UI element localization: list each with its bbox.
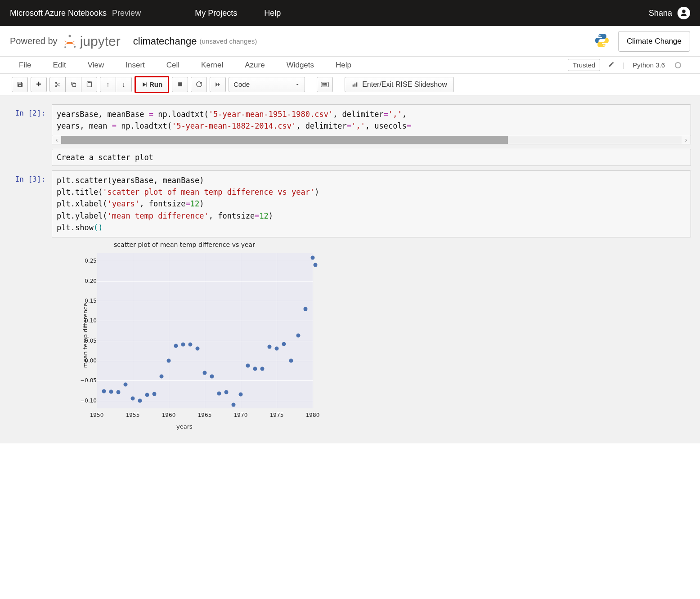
restart-run-all-button[interactable]: [210, 77, 226, 92]
code-cell[interactable]: In [3]: plt.scatter(yearsBase, meanBase)…: [9, 170, 691, 430]
menu-cell[interactable]: Cell: [166, 61, 179, 70]
scatter-point: [102, 389, 106, 393]
code-input[interactable]: plt.scatter(yearsBase, meanBase) plt.tit…: [52, 170, 691, 238]
scatter-point: [296, 334, 301, 338]
scatter-point: [304, 307, 308, 311]
run-button[interactable]: Run: [135, 76, 169, 93]
interrupt-button[interactable]: [172, 77, 188, 92]
brand-title: Microsoft Azure Notebooks: [10, 9, 107, 18]
kernel-status-icon: [675, 62, 681, 68]
scatter-point: [160, 375, 164, 379]
scatter-point: [196, 347, 200, 351]
scatter-point: [217, 391, 221, 395]
menu-file[interactable]: File: [19, 61, 31, 70]
svg-rect-4: [146, 82, 147, 86]
cell-type-select[interactable]: Code: [229, 77, 305, 92]
horizontal-scrollbar[interactable]: ‹ ›: [52, 136, 691, 144]
notebook-name[interactable]: climatechange: [133, 36, 197, 47]
jupyter-header: Powered by jupyter climatechange (unsave…: [0, 26, 700, 57]
chart-output: scatter plot of mean temp difference vs …: [52, 241, 691, 430]
azure-top-bar: Microsoft Azure Notebooks Preview My Pro…: [0, 0, 700, 26]
edit-icon[interactable]: [608, 61, 615, 69]
unsaved-label: (unsaved changes): [200, 37, 257, 45]
scatter-point: [224, 390, 229, 394]
scroll-thumb[interactable]: [61, 136, 508, 144]
markdown-input[interactable]: Create a scatter plot: [52, 149, 691, 166]
user-name[interactable]: Shana: [649, 9, 672, 18]
chart-title: scatter plot of mean temp difference vs …: [52, 241, 317, 248]
input-prompt: In [3]:: [9, 170, 52, 430]
move-down-button[interactable]: ↓: [116, 77, 132, 92]
scatter-point: [188, 343, 193, 347]
scatter-point: [109, 390, 113, 394]
scatter-point: [181, 343, 185, 347]
preview-label: Preview: [112, 9, 141, 18]
svg-rect-5: [178, 82, 182, 86]
svg-rect-12: [354, 83, 355, 86]
scatter-point: [131, 397, 135, 401]
svg-rect-10: [323, 85, 327, 85]
menu-help[interactable]: Help: [336, 61, 351, 70]
avatar-icon[interactable]: [678, 7, 690, 19]
scatter-point: [311, 256, 315, 260]
powered-by-label: Powered by: [10, 36, 58, 46]
scatter-point: [145, 393, 149, 397]
scatter-point: [232, 402, 236, 407]
menu-widgets[interactable]: Widgets: [287, 61, 314, 70]
scatter-point: [253, 367, 257, 371]
svg-rect-3: [72, 84, 76, 87]
svg-rect-9: [326, 83, 327, 84]
scatter-point: [282, 342, 286, 346]
menu-view[interactable]: View: [88, 61, 104, 70]
svg-rect-13: [356, 82, 357, 86]
chart-xlabel: years: [52, 423, 317, 430]
svg-point-2: [64, 46, 66, 48]
jupyter-logo[interactable]: jupyter: [62, 34, 121, 49]
scatter-point: [246, 363, 250, 367]
notebook-content: In [2]: yearsBase, meanBase = np.loadtxt…: [0, 95, 700, 443]
rise-slideshow-button[interactable]: Enter/Exit RISE Slideshow: [345, 77, 454, 92]
svg-rect-6: [321, 82, 329, 87]
restart-button[interactable]: [191, 77, 207, 92]
scatter-point: [138, 398, 142, 402]
nav-my-projects[interactable]: My Projects: [195, 9, 237, 18]
scatter-point: [174, 344, 178, 348]
code-cell[interactable]: In [2]: yearsBase, meanBase = np.loadtxt…: [9, 104, 691, 144]
menu-bar: File Edit View Insert Cell Kernel Azure …: [0, 57, 700, 74]
scatter-point: [275, 347, 279, 351]
scatter-point: [239, 393, 243, 397]
svg-rect-8: [324, 83, 325, 84]
climate-change-button[interactable]: Climate Change: [618, 31, 690, 52]
save-button[interactable]: [12, 77, 28, 92]
svg-rect-11: [353, 85, 354, 87]
scatter-point: [153, 392, 157, 396]
scatter-point: [210, 375, 214, 379]
copy-button[interactable]: [65, 77, 81, 92]
scatter-point: [314, 263, 318, 267]
menu-azure[interactable]: Azure: [245, 61, 265, 70]
scroll-left-icon[interactable]: ‹: [52, 136, 61, 144]
input-prompt: In [2]:: [9, 104, 52, 144]
scatter-point: [289, 358, 293, 362]
markdown-cell[interactable]: Create a scatter plot: [9, 149, 691, 166]
paste-button[interactable]: [81, 77, 97, 92]
scatter-point: [268, 344, 272, 349]
svg-rect-7: [322, 83, 323, 84]
nav-help[interactable]: Help: [264, 9, 281, 18]
menu-edit[interactable]: Edit: [53, 61, 66, 70]
insert-below-button[interactable]: +: [31, 77, 47, 92]
menu-kernel[interactable]: Kernel: [201, 61, 223, 70]
command-palette-button[interactable]: [317, 77, 333, 92]
code-input[interactable]: yearsBase, meanBase = np.loadtxt('5-year…: [52, 104, 691, 136]
move-up-button[interactable]: ↑: [100, 77, 116, 92]
plot-area: [97, 253, 313, 408]
trusted-badge[interactable]: Trusted: [568, 59, 600, 71]
cut-button[interactable]: [49, 77, 66, 92]
kernel-name[interactable]: Python 3.6: [633, 61, 665, 69]
scroll-right-icon[interactable]: ›: [682, 136, 691, 144]
menu-insert[interactable]: Insert: [126, 61, 145, 70]
scatter-point: [203, 371, 207, 375]
scatter-point: [117, 390, 121, 394]
python-icon: [594, 32, 610, 50]
svg-point-0: [68, 35, 71, 37]
